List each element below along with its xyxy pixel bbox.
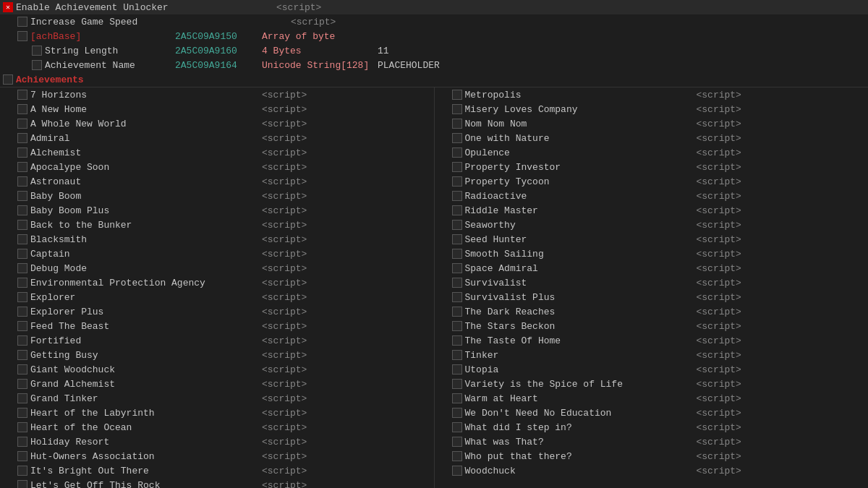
checkbox-right-7[interactable] (452, 191, 462, 201)
checkbox-string-length[interactable] (32, 46, 42, 56)
checkbox-right-2[interactable] (452, 119, 462, 129)
script-right-2: <script> (697, 119, 741, 129)
list-item: Giant Woodchuck <script> (0, 362, 434, 377)
checkbox-left-4[interactable] (17, 147, 27, 158)
checkbox-left-12[interactable] (17, 263, 27, 273)
ach-name-left-1: A New Home (30, 104, 262, 115)
label-increase-speed: Increase Game Speed (30, 17, 291, 27)
checkbox-right-18[interactable] (452, 350, 462, 360)
checkbox-right-26[interactable] (452, 466, 462, 476)
script-right-13: <script> (697, 278, 741, 288)
checkbox-right-8[interactable] (452, 205, 462, 215)
ach-name-left-2: A Whole New World (30, 119, 262, 129)
script-right-5: <script> (697, 162, 741, 173)
checkbox-left-1[interactable] (17, 104, 27, 114)
script-left-12: <script> (262, 263, 307, 274)
checkbox-left-26[interactable] (17, 466, 27, 476)
list-item: Tinker <script> (435, 348, 869, 362)
checkbox-right-15[interactable] (452, 307, 462, 317)
checkbox-right-12[interactable] (452, 263, 462, 273)
checkbox-left-22[interactable] (17, 408, 27, 418)
checkbox-left-7[interactable] (17, 191, 27, 201)
checkbox-right-23[interactable] (452, 422, 462, 432)
checkbox-left-9[interactable] (17, 220, 27, 230)
checkbox-left-18[interactable] (17, 350, 27, 360)
checkbox-right-6[interactable] (452, 176, 462, 187)
checkbox-right-0[interactable] (452, 90, 462, 100)
list-item: Space Admiral <script> (435, 261, 869, 275)
type-achbase: Array of byte (262, 31, 378, 42)
checkbox-right-22[interactable] (452, 408, 462, 418)
checkbox-right-14[interactable] (452, 292, 462, 302)
list-item: Baby Boom <script> (0, 189, 434, 203)
checkbox-right-5[interactable] (452, 162, 462, 172)
ach-name-right-23: What did I step in? (465, 422, 697, 433)
checkbox-left-17[interactable] (17, 335, 27, 346)
checkbox-right-19[interactable] (452, 364, 462, 374)
list-item: Blacksmith <script> (0, 232, 434, 247)
ach-name-right-17: The Taste Of Home (465, 335, 697, 346)
checkbox-left-6[interactable] (17, 176, 27, 187)
ach-name-left-8: Baby Boom Plus (30, 205, 262, 216)
list-item: What did I step in? <script> (435, 420, 869, 435)
checkbox-achievements[interactable] (3, 74, 13, 85)
checkbox-left-24[interactable] (17, 437, 27, 447)
checkbox-right-16[interactable] (452, 321, 462, 331)
checkbox-increase-speed[interactable] (17, 17, 27, 27)
script-right-20: <script> (697, 379, 741, 390)
main-container[interactable]: Enable Achievement Unlocker <script> Inc… (0, 0, 868, 488)
checkbox-right-1[interactable] (452, 104, 462, 114)
script-left-24: <script> (262, 437, 307, 448)
list-item: What was That? <script> (435, 435, 869, 449)
list-item: Heart of the Ocean <script> (0, 420, 434, 435)
checkbox-left-2[interactable] (17, 119, 27, 129)
ach-name-left-23: Heart of the Ocean (30, 422, 262, 433)
script-left-20: <script> (262, 379, 307, 390)
list-item: Grand Alchemist <script> (0, 377, 434, 391)
checkbox-left-19[interactable] (17, 364, 27, 374)
checkbox-right-25[interactable] (452, 451, 462, 461)
script-left-18: <script> (262, 350, 307, 361)
checkbox-right-10[interactable] (452, 234, 462, 244)
checkbox-left-16[interactable] (17, 321, 27, 331)
checkbox-right-4[interactable] (452, 147, 462, 158)
checkbox-left-23[interactable] (17, 422, 27, 432)
script-right-3: <script> (697, 133, 741, 144)
checkbox-right-11[interactable] (452, 249, 462, 259)
checkbox-left-11[interactable] (17, 249, 27, 259)
checkbox-left-10[interactable] (17, 234, 27, 244)
list-item: Utopia <script> (435, 362, 869, 377)
label-enable-unlocker: Enable Achievement Unlocker (16, 2, 276, 13)
list-item: Captain <script> (0, 247, 434, 261)
checkbox-left-20[interactable] (17, 379, 27, 389)
script-right-23: <script> (697, 422, 741, 433)
checkbox-achbase[interactable] (17, 31, 27, 41)
checkbox-right-20[interactable] (452, 379, 462, 389)
ach-name-left-19: Giant Woodchuck (30, 364, 262, 375)
checkbox-right-13[interactable] (452, 278, 462, 288)
checkbox-left-27[interactable] (17, 480, 27, 488)
checkbox-ach-name[interactable] (32, 60, 42, 70)
checkbox-left-25[interactable] (17, 451, 27, 461)
ach-name-right-13: Survivalist (465, 278, 697, 288)
script-right-16: <script> (697, 321, 741, 332)
checkbox-left-13[interactable] (17, 278, 27, 288)
checkbox-left-14[interactable] (17, 292, 27, 302)
checkbox-right-17[interactable] (452, 335, 462, 346)
checkbox-left-0[interactable] (17, 90, 27, 100)
checkbox-right-3[interactable] (452, 133, 462, 143)
script-left-7: <script> (262, 191, 307, 202)
checkbox-left-3[interactable] (17, 133, 27, 143)
list-item: Woodchuck <script> (435, 463, 869, 478)
checkbox-left-8[interactable] (17, 205, 27, 215)
checkbox-left-21[interactable] (17, 393, 27, 403)
checkbox-enable-unlocker[interactable] (3, 2, 13, 12)
checkbox-right-24[interactable] (452, 437, 462, 447)
checkbox-right-9[interactable] (452, 220, 462, 230)
checkbox-left-15[interactable] (17, 307, 27, 317)
row-string-length: String Length 2A5C09A9160 4 Bytes 11 (0, 43, 868, 58)
ach-name-left-15: Explorer Plus (30, 307, 262, 317)
checkbox-left-5[interactable] (17, 162, 27, 172)
list-item: Admiral <script> (0, 131, 434, 145)
checkbox-right-21[interactable] (452, 393, 462, 403)
